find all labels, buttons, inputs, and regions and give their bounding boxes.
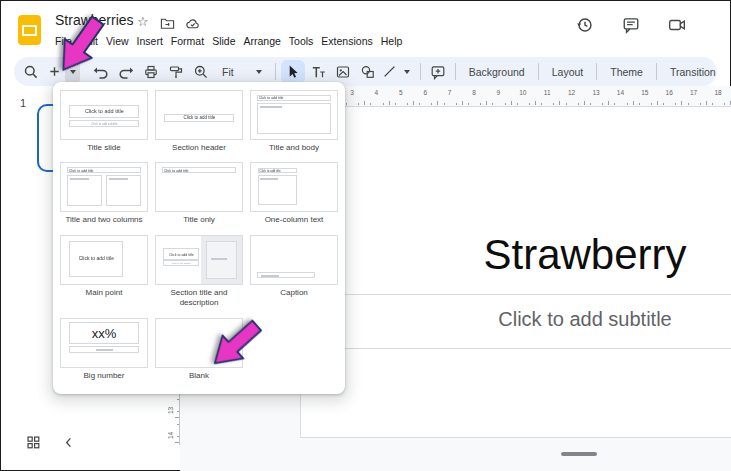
version-history-icon[interactable] <box>576 16 594 34</box>
slide-title-text[interactable]: Strawberry <box>301 231 731 279</box>
layout-thumbnail[interactable]: Click to add titleClick to add subtitle <box>60 90 148 140</box>
ruler-tick <box>614 103 615 106</box>
slide-canvas[interactable]: Strawberry Click to add subtitle <box>300 106 731 438</box>
menu-slide[interactable]: Slide <box>212 35 235 47</box>
cloud-saved-icon[interactable] <box>185 16 200 31</box>
header-actions <box>576 16 686 34</box>
layout-thumbnail[interactable]: Click to add title <box>250 90 338 140</box>
ruler-tick <box>633 101 634 105</box>
menu-format[interactable]: Format <box>171 35 204 47</box>
layout-option-caption[interactable]: Caption <box>250 235 338 309</box>
menu-arrange[interactable]: Arrange <box>243 35 280 47</box>
ruler-tick <box>566 103 567 106</box>
move-folder-icon[interactable] <box>160 16 175 31</box>
meet-camera-icon[interactable] <box>668 16 686 34</box>
transition-button[interactable]: Transition <box>662 66 724 78</box>
layout-button[interactable]: Layout <box>544 66 592 78</box>
paint-format-icon[interactable] <box>164 60 188 84</box>
insert-comment-icon[interactable] <box>426 60 450 84</box>
insert-image-icon[interactable] <box>331 60 355 84</box>
layout-option-big-number[interactable]: xx%Big number <box>60 318 148 381</box>
layout-label: Title and two columns <box>60 215 148 225</box>
layout-option-title-slide[interactable]: Click to add titleClick to add subtitleT… <box>60 90 148 153</box>
ruler-tick <box>627 103 628 106</box>
ruler-number: 17 <box>690 89 697 96</box>
layout-option-main-point[interactable]: Click to add titleMain point <box>60 235 148 309</box>
layout-option-title-and-body[interactable]: Click to add titleTitle and body <box>250 90 338 153</box>
comments-icon[interactable] <box>622 16 640 34</box>
zoom-fit-dropdown[interactable]: Fit <box>214 66 270 78</box>
ruler-tick <box>395 103 396 106</box>
thumb-text-line <box>261 275 279 277</box>
layout-thumbnail[interactable]: Click to add title <box>155 90 243 140</box>
thumb-placeholder-box: xx% <box>69 322 140 344</box>
ruler-tick <box>370 103 371 106</box>
ruler-tick <box>346 103 347 106</box>
layout-thumbnail[interactable]: Click to add title <box>155 162 243 212</box>
background-button[interactable]: Background <box>461 66 533 78</box>
thumb-text-line <box>96 349 112 351</box>
layout-label: Big number <box>60 371 148 381</box>
horizontal-scrollbar-thumb[interactable] <box>561 452 597 456</box>
ruler-tick <box>462 101 463 105</box>
print-icon[interactable] <box>139 60 163 84</box>
search-menus-icon[interactable] <box>19 60 43 84</box>
thumb-placeholder-box: Click to add title <box>257 95 331 101</box>
collapse-filmstrip-icon[interactable] <box>63 436 74 449</box>
layout-option-section-header[interactable]: Click to add titleSection header <box>155 90 243 153</box>
ruler-number: 4 <box>375 89 379 96</box>
layout-option-one-column-text[interactable]: Click to add titleOne-column text <box>250 162 338 225</box>
thumb-placeholder-box: Click to add title <box>67 167 141 173</box>
layout-thumbnail[interactable]: xx% <box>60 318 148 368</box>
insert-line-icon[interactable] <box>381 60 399 84</box>
ruler-number: 18 <box>714 89 721 96</box>
ruler-tick <box>639 103 640 106</box>
ruler-tick <box>724 103 725 106</box>
google-slides-window: Strawberries ☆ FileEditViewInsertFormatS… <box>0 0 731 471</box>
undo-icon[interactable] <box>89 60 113 84</box>
select-tool-icon[interactable] <box>281 60 305 84</box>
star-icon[interactable]: ☆ <box>137 15 149 29</box>
layout-thumbnail[interactable]: Click to add title <box>250 162 338 212</box>
layout-thumbnail[interactable]: Click to add titleClick to add subtitle <box>155 235 243 285</box>
layout-option-section-title-and-description[interactable]: Click to add titleClick to add subtitleS… <box>155 235 243 309</box>
menu-insert[interactable]: Insert <box>137 35 163 47</box>
title-placeholder-border <box>301 294 731 295</box>
zoom-icon[interactable] <box>189 60 213 84</box>
ruler-tick <box>480 103 481 106</box>
layout-thumbnail[interactable]: Click to add title <box>60 162 148 212</box>
menu-extensions[interactable]: Extensions <box>321 35 372 47</box>
ruler-number: 14 <box>617 89 624 96</box>
menu-help[interactable]: Help <box>381 35 403 47</box>
ruler-tick <box>358 103 359 106</box>
layout-option-title-only[interactable]: Click to add titleTitle only <box>155 162 243 225</box>
ruler-number: 5 <box>399 89 403 96</box>
slides-logo-icon[interactable] <box>18 15 41 45</box>
theme-button[interactable]: Theme <box>602 66 651 78</box>
ruler-tick <box>602 103 603 106</box>
ruler-tick <box>177 436 180 437</box>
text-box-icon[interactable] <box>306 60 330 84</box>
thumb-placeholder-box <box>257 272 315 278</box>
ruler-tick <box>389 101 390 105</box>
layout-label: One-column text <box>250 215 338 225</box>
layout-thumbnail[interactable]: Click to add title <box>60 235 148 285</box>
insert-shape-icon[interactable] <box>356 60 380 84</box>
layout-thumbnail[interactable] <box>250 235 338 285</box>
ruler-tick <box>456 103 457 106</box>
redo-icon[interactable] <box>114 60 138 84</box>
ruler-tick <box>177 399 180 400</box>
layout-label: Title slide <box>60 143 148 153</box>
subtitle-placeholder-text[interactable]: Click to add subtitle <box>301 299 731 339</box>
thumb-text-line <box>70 178 89 180</box>
layout-option-title-and-two-columns[interactable]: Click to add titleTitle and two columns <box>60 162 148 225</box>
layout-label: Title and body <box>250 143 338 153</box>
ruler-tick <box>529 103 530 106</box>
toolbar-separator <box>538 63 539 80</box>
menu-tools[interactable]: Tools <box>289 35 314 47</box>
line-dropdown-icon[interactable] <box>400 60 415 84</box>
ruler-tick <box>559 101 560 105</box>
grid-view-icon[interactable] <box>27 436 40 449</box>
toolbar-separator <box>275 63 276 80</box>
ruler-tick <box>431 103 432 106</box>
